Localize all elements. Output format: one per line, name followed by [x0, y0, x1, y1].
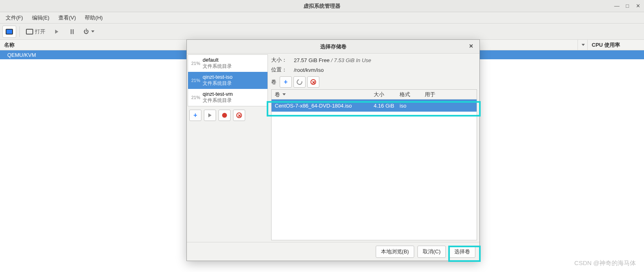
volume-name: CentOS-7-x86_64-DVD-1804.iso — [272, 103, 374, 109]
menu-edit[interactable]: 编辑(E) — [29, 13, 53, 23]
close-icon[interactable]: ✕ — [635, 3, 641, 9]
pool-item[interactable]: 21%qinzt-test-iso文件系统目录 — [188, 72, 267, 89]
main-titlebar: 虚拟系统管理器 — □ ✕ — [0, 0, 644, 12]
run-button[interactable] — [50, 26, 64, 38]
dialog-title: 选择存储卷 — [320, 43, 347, 50]
pool-name: qinzt-test-vm — [203, 91, 233, 97]
menu-file[interactable]: 文件(F) — [2, 13, 26, 23]
col-format[interactable]: 格式 — [400, 91, 425, 98]
new-vm-button[interactable] — [2, 26, 16, 38]
cancel-button[interactable]: 取消(C) — [417, 246, 446, 258]
shutdown-button[interactable]: ⏻ — [81, 26, 97, 38]
pool-percent: 21% — [191, 61, 200, 66]
location-value: /root/kvm/iso — [294, 67, 324, 73]
refresh-button[interactable] — [293, 76, 306, 88]
volumes-label: 卷 — [271, 78, 276, 86]
dialog-footer: 本地浏览(B) 取消(C) 选择卷 — [187, 242, 479, 261]
play-icon — [55, 30, 58, 34]
storage-dialog: 选择存储卷 ✕ 21%default文件系统目录21%qinzt-test-is… — [186, 39, 480, 261]
col-volume[interactable]: 卷 — [272, 91, 374, 98]
play-icon — [208, 113, 212, 117]
pool-name: qinzt-test-iso — [203, 74, 233, 80]
monitor-icon — [6, 29, 13, 35]
refresh-icon — [295, 78, 303, 86]
delete-volume-button[interactable] — [307, 76, 319, 88]
start-pool-button[interactable] — [204, 110, 216, 121]
pool-item[interactable]: 21%default文件系统目录 — [188, 55, 267, 72]
open-label: 打开 — [35, 28, 45, 35]
menubar: 文件(F) 编辑(E) 查看(V) 帮助(H) — [0, 12, 644, 24]
volume-format: iso — [400, 103, 425, 109]
chevron-down-icon — [282, 93, 286, 95]
pool-name: default — [203, 57, 232, 63]
maximize-icon[interactable]: □ — [625, 3, 630, 9]
pool-type: 文件系统目录 — [203, 97, 233, 104]
pause-icon — [71, 29, 74, 34]
add-pool-button[interactable]: + — [189, 110, 201, 121]
plus-icon: + — [284, 78, 287, 86]
stop-pool-button[interactable] — [218, 110, 231, 121]
delete-icon — [310, 79, 316, 85]
col-size[interactable]: 大小 — [374, 91, 400, 98]
volume-row[interactable]: CentOS-7-x86_64-DVD-1804.iso 4.16 GiB is… — [272, 99, 477, 112]
plus-icon: + — [193, 112, 197, 119]
volume-table-header: 卷 大小 格式 用于 — [272, 90, 477, 99]
toolbar: 打开 ⏻ — [0, 24, 644, 40]
browse-local-button[interactable]: 本地浏览(B) — [376, 246, 414, 258]
col-sort-dropdown[interactable] — [578, 40, 587, 50]
pause-button[interactable] — [65, 26, 79, 38]
minimize-icon[interactable]: — — [614, 3, 620, 9]
pool-toolbar: + — [187, 107, 268, 123]
main-title: 虚拟系统管理器 — [304, 2, 340, 10]
delete-pool-button[interactable] — [233, 110, 245, 121]
open-button[interactable]: 打开 — [23, 26, 48, 38]
pool-type: 文件系统目录 — [203, 80, 233, 87]
menu-help[interactable]: 帮助(H) — [81, 13, 106, 23]
power-icon: ⏻ — [83, 28, 89, 35]
col-cpu[interactable]: CPU 使用率 — [587, 40, 644, 50]
add-volume-button[interactable]: + — [280, 76, 292, 88]
dialog-titlebar: 选择存储卷 ✕ — [187, 40, 479, 54]
pool-item[interactable]: 21%qinzt-test-vm文件系统目录 — [188, 89, 267, 106]
menu-view[interactable]: 查看(V) — [55, 13, 79, 23]
chevron-down-icon — [91, 30, 94, 32]
monitor-icon — [26, 29, 33, 35]
stop-icon — [222, 113, 227, 118]
pool-percent: 21% — [191, 95, 200, 100]
pool-percent: 21% — [191, 78, 200, 83]
size-label: 大小： — [271, 56, 291, 64]
watermark: CSDN @神奇的海马体 — [574, 259, 636, 267]
size-value: 27.57 GiB Free / 7.53 GiB In Use — [294, 57, 371, 63]
close-icon[interactable]: ✕ — [469, 43, 475, 50]
col-used[interactable]: 用于 — [425, 91, 477, 98]
volume-table: 卷 大小 格式 用于 CentOS-7-x86_64-DVD-1804.iso … — [271, 89, 477, 240]
pool-type: 文件系统目录 — [203, 63, 232, 70]
volume-table-body: CentOS-7-x86_64-DVD-1804.iso 4.16 GiB is… — [272, 99, 477, 240]
delete-icon — [236, 112, 242, 118]
pool-list: 21%default文件系统目录21%qinzt-test-iso文件系统目录2… — [188, 54, 268, 106]
volume-size: 4.16 GiB — [374, 103, 400, 109]
location-label: 位置： — [271, 66, 291, 73]
choose-volume-button[interactable]: 选择卷 — [449, 246, 475, 258]
chevron-down-icon — [582, 44, 585, 46]
volume-pane: 大小： 27.57 GiB Free / 7.53 GiB In Use 位置：… — [268, 54, 479, 242]
separator — [19, 26, 20, 37]
